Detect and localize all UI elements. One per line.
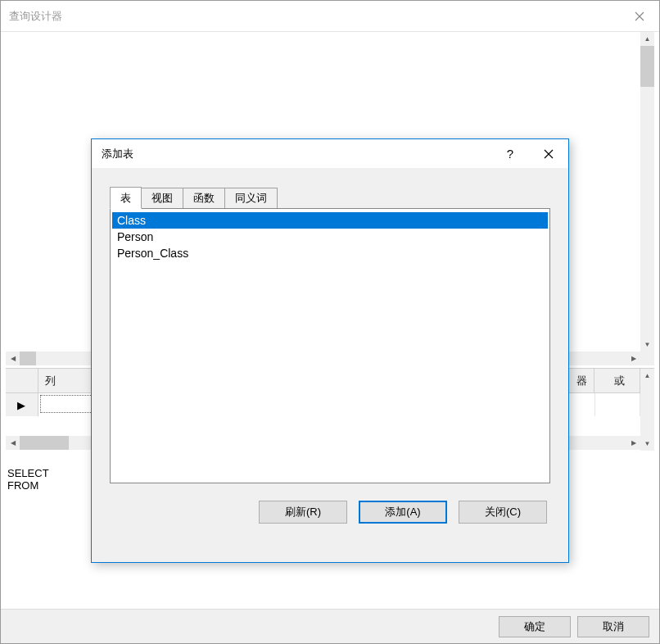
tab-synonyms[interactable]: 同义词 [224,188,278,208]
list-item[interactable]: Class [112,212,548,229]
grid-column-header[interactable]: 或 [594,369,640,392]
dialog-close-button[interactable] [529,139,568,169]
scroll-thumb[interactable] [640,46,654,87]
tab-row: 表 视图 函数 同义词 [110,187,550,208]
query-designer-window: 查询设计器 ▲ ▼ ◀ ▶ 列 [0,0,660,644]
scroll-up-arrow-icon[interactable]: ▲ [640,32,654,46]
dialog-title: 添加表 [92,147,491,161]
cancel-button[interactable]: 取消 [577,616,649,637]
scroll-down-arrow-icon[interactable]: ▼ [640,437,654,451]
list-item[interactable]: Person_Class [112,245,548,261]
refresh-button[interactable]: 刷新(R) [259,501,347,524]
dialog-footer: 刷新(R) 添加(A) 关闭(C) [110,483,550,541]
scroll-track[interactable] [640,46,654,338]
scroll-left-arrow-icon[interactable]: ◀ [6,436,20,450]
tab-functions[interactable]: 函数 [183,188,225,208]
upper-vertical-scrollbar[interactable]: ▲ ▼ [640,32,654,351]
dialog-titlebar[interactable]: 添加表 ? [92,139,568,169]
add-table-dialog: 添加表 ? 表 视图 函数 同义词 Class Person Person_Cl… [91,138,569,563]
scroll-up-arrow-icon[interactable]: ▲ [640,369,654,383]
close-button[interactable]: 关闭(C) [459,501,547,524]
scroll-thumb[interactable] [20,436,69,450]
outer-body: ▲ ▼ ◀ ▶ 列 器 或 [1,32,659,609]
tables-list[interactable]: Class Person Person_Class [110,208,550,483]
dialog-body: 表 视图 函数 同义词 Class Person Person_Class 刷新… [92,169,568,562]
scroll-left-arrow-icon[interactable]: ◀ [6,351,20,365]
scroll-thumb[interactable] [20,351,36,365]
scroll-down-arrow-icon[interactable]: ▼ [640,338,654,351]
dialog-help-button[interactable]: ? [491,139,529,169]
row-indicator-icon: ▶ [6,393,38,416]
grid-cell[interactable] [595,393,640,416]
scroll-corner [640,351,654,365]
scroll-right-arrow-icon[interactable]: ▶ [626,351,640,365]
tab-views[interactable]: 视图 [141,188,183,208]
outer-close-button[interactable] [620,1,659,32]
list-item[interactable]: Person [112,229,548,245]
outer-footer: 确定 取消 [1,609,659,643]
grid-rowheader-corner [6,369,38,392]
add-button[interactable]: 添加(A) [359,501,447,524]
close-icon [635,11,644,21]
outer-titlebar: 查询设计器 [1,1,659,32]
close-icon [544,149,554,159]
scroll-track[interactable] [640,383,654,437]
scroll-right-arrow-icon[interactable]: ▶ [626,436,640,450]
grid-vertical-scrollbar[interactable]: ▲ ▼ [640,369,654,451]
ok-button[interactable]: 确定 [499,616,571,637]
outer-window-title: 查询设计器 [1,9,620,24]
tab-tables[interactable]: 表 [110,187,142,209]
